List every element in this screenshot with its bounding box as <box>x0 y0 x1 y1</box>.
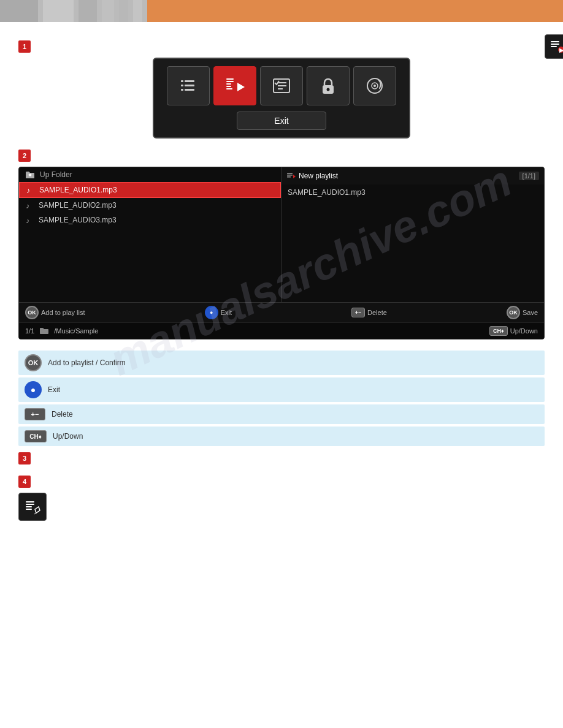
step4-badge: 4 <box>18 476 31 488</box>
list-icon <box>177 75 199 97</box>
svg-rect-14 <box>226 86 231 87</box>
legend-section: OK Add to playlist / Confirm ● Exit +− D… <box>18 351 545 446</box>
header-sep-4 <box>114 0 119 22</box>
menu-list-btn[interactable] <box>167 66 210 105</box>
svg-rect-1 <box>551 44 559 45</box>
playlist-icon-small <box>286 171 296 181</box>
svg-rect-2 <box>551 46 557 47</box>
exit-control: ● Exit <box>205 306 232 319</box>
svg-rect-11 <box>226 78 234 80</box>
add-to-playlist-control: OK Add to play list <box>25 306 85 319</box>
updown-label: Up/Down <box>510 327 538 335</box>
blue-icon-bottom: ● <box>205 306 218 319</box>
svg-rect-31 <box>287 173 293 174</box>
file-item-2[interactable]: ♪ SAMPLE_AUDIO2.mp3 <box>19 198 281 213</box>
step2-header: 2 <box>18 150 545 162</box>
delete-control: +− Delete <box>351 308 387 317</box>
step3-section: 3 <box>18 452 545 464</box>
checklist-icon <box>270 75 293 97</box>
ok-icon-bottom: OK <box>25 306 39 319</box>
svg-rect-15 <box>226 88 232 89</box>
menu-disc-btn[interactable] <box>353 66 396 105</box>
audio-icon-1: ♪ <box>26 186 34 194</box>
svg-rect-36 <box>26 504 34 505</box>
file-name-2: SAMPLE_AUDIO2.mp3 <box>39 201 117 210</box>
step1-header: 1 <box>18 40 545 53</box>
menu-playlist-play-btn[interactable] <box>213 66 256 105</box>
step3-badge: 3 <box>18 452 31 464</box>
step2-section: 2 Up Folder ♪ <box>18 150 545 339</box>
svg-rect-38 <box>26 509 32 510</box>
file-browser: Up Folder ♪ SAMPLE_AUDIO1.mp3 ♪ SAMPLE_A… <box>18 167 545 339</box>
svg-rect-33 <box>287 176 291 178</box>
file-item-3[interactable]: ♪ SAMPLE_AUDIO3.mp3 <box>19 213 281 227</box>
svg-rect-10 <box>185 89 194 91</box>
svg-rect-7 <box>181 85 183 86</box>
audio-icon-2: ♪ <box>25 201 34 210</box>
step2-badge: 2 <box>18 150 31 162</box>
menu-icons-row <box>167 66 396 105</box>
disc-icon <box>364 75 386 97</box>
header-seg-2 <box>43 0 74 22</box>
svg-rect-9 <box>181 89 183 91</box>
menu-lock-btn[interactable] <box>307 66 350 105</box>
svg-text:♪: ♪ <box>26 202 29 210</box>
legend-ch-text: Up/Down <box>53 432 83 441</box>
step4-section: 4 <box>18 476 545 521</box>
playlist-edit-svg: ▶ <box>549 39 563 55</box>
playlist-item-1: SAMPLE_AUDIO1.mp3 <box>288 188 366 197</box>
step4-header: 4 <box>18 476 545 488</box>
audio-icon-3: ♪ <box>25 216 34 224</box>
header-seg-orange <box>147 0 563 22</box>
header-sep-1 <box>38 0 43 22</box>
svg-text:▶: ▶ <box>559 47 563 53</box>
legend-row-blue: ● Exit <box>18 377 545 402</box>
header-sep-3 <box>97 0 102 22</box>
svg-marker-34 <box>293 175 296 178</box>
header-sep-6 <box>142 0 147 22</box>
step3-header: 3 <box>18 452 545 464</box>
file-browser-bottom: OK Add to play list ● Exit +− Delete OK … <box>19 302 544 322</box>
menu-checklist-btn[interactable] <box>260 66 303 105</box>
header-seg-4 <box>102 0 114 22</box>
legend-row-ok: OK Add to playlist / Confirm <box>18 351 545 375</box>
exit-label: Exit <box>221 309 232 316</box>
add-label: Add to play list <box>41 309 85 316</box>
legend-row-ch: CH♦ Up/Down <box>18 427 545 446</box>
left-panel-spacer <box>19 227 281 302</box>
step1-section: 1 ▶ <box>18 40 545 138</box>
ch-icon-bottom: CH♦ <box>489 326 508 336</box>
menu-exit-button[interactable]: Exit <box>237 112 326 130</box>
path-control: 1/1 /Music/Sample <box>25 327 98 335</box>
header-seg-3 <box>79 0 97 22</box>
updown-control: CH♦ Up/Down <box>489 326 538 336</box>
legend-ok-icon: OK <box>25 354 42 371</box>
svg-rect-35 <box>26 501 34 502</box>
header-seg-5 <box>119 0 128 22</box>
edit-playlist-icon <box>24 498 41 515</box>
up-folder-item[interactable]: Up Folder <box>19 167 281 182</box>
header-bar <box>0 0 563 22</box>
svg-marker-16 <box>237 83 245 91</box>
step1-badge: 1 <box>18 40 31 53</box>
svg-point-25 <box>373 85 376 87</box>
svg-point-22 <box>327 88 330 91</box>
svg-rect-13 <box>226 83 231 85</box>
delete-label: Delete <box>367 309 387 316</box>
svg-rect-5 <box>181 80 183 82</box>
legend-blue-text: Exit <box>48 385 60 394</box>
playlist-play-icon <box>223 74 247 97</box>
svg-rect-32 <box>287 175 293 176</box>
playlist-label: New playlist <box>299 172 338 180</box>
svg-rect-6 <box>185 80 194 82</box>
file-item-1[interactable]: ♪ SAMPLE_AUDIO1.mp3 <box>19 182 281 198</box>
save-label: Save <box>523 309 538 316</box>
header-seg-1 <box>0 0 38 22</box>
file-name-1: SAMPLE_AUDIO1.mp3 <box>39 186 117 194</box>
svg-rect-12 <box>226 81 234 82</box>
legend-ch-icon: CH♦ <box>25 430 47 442</box>
legend-plusminus-icon: +− <box>25 408 45 420</box>
header-seg-6 <box>133 0 142 22</box>
legend-plusminus-text: Delete <box>52 410 73 419</box>
folder-label: /Music/Sample <box>54 327 98 335</box>
